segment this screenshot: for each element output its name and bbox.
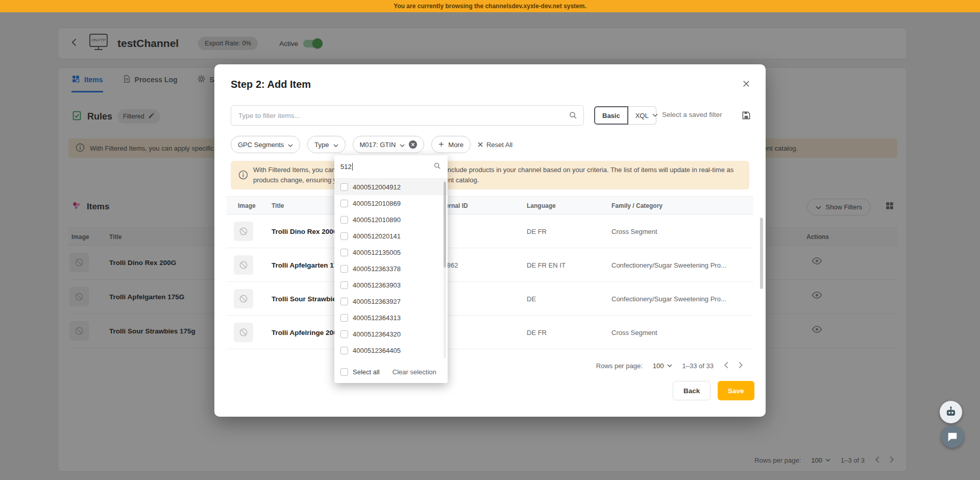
search-icon — [569, 111, 578, 122]
assistant-robot-icon[interactable] — [940, 401, 962, 423]
option-checkbox[interactable] — [340, 249, 348, 256]
screen: ON-FTP testChannel Export Rate: 0% Activ… — [0, 0, 980, 480]
row-family: Cross Segment — [611, 328, 657, 336]
clear-selection-button[interactable]: Clear selection — [393, 368, 436, 376]
query-mode-toggle: Basic XQL — [594, 106, 656, 125]
type-filter-chip[interactable]: Type — [307, 136, 345, 153]
x-icon — [478, 141, 483, 149]
add-more-filters-chip[interactable]: More — [431, 136, 471, 153]
reset-all-button[interactable]: Reset All — [478, 141, 512, 149]
modal-table-header: Image Title External ID Language Family … — [227, 196, 753, 214]
modal-scrollbar[interactable] — [760, 218, 763, 289]
list-item[interactable]: 4000512363903 — [334, 277, 448, 293]
saved-filter-select[interactable]: Select a saved filter — [652, 111, 722, 118]
col-family: Family / Category — [611, 197, 663, 215]
info-icon — [238, 170, 248, 182]
table-row[interactable]: Trolli Apfelgarten 175G 765862 DE FR EN … — [227, 248, 753, 282]
add-item-modal: Step 2: Add Item Basic XQL Select a save… — [214, 64, 766, 417]
chevron-down-icon — [667, 364, 672, 367]
option-checkbox[interactable] — [340, 314, 348, 322]
row-family: Confectionery/Sugar Sweetening Pro... — [611, 261, 726, 269]
list-item[interactable]: 4000512010869 — [334, 195, 448, 211]
prev-page-icon[interactable] — [724, 362, 728, 370]
chevron-down-icon — [333, 141, 338, 149]
row-family: Cross Segment — [611, 227, 657, 235]
plus-icon — [438, 141, 444, 149]
table-row[interactable]: Trolli Apfelringe 200g DE FR Cross Segme… — [227, 316, 753, 349]
dropdown-scrollbar[interactable] — [444, 181, 446, 358]
select-all-label: Select all — [353, 368, 380, 376]
table-row[interactable]: Trolli Dino Rex 200G DE FR Cross Segment — [227, 214, 753, 248]
chevron-down-icon — [400, 141, 405, 149]
row-language: DE — [527, 295, 536, 302]
list-item[interactable]: 4000512364320 — [334, 326, 448, 342]
chevron-down-icon — [288, 141, 293, 149]
option-checkbox[interactable] — [340, 330, 348, 338]
text-cursor — [352, 163, 353, 171]
back-button[interactable]: Back — [673, 381, 710, 400]
row-language: DE FR EN IT — [527, 261, 566, 269]
environment-banner: You are currently browsing the channelsd… — [0, 0, 980, 12]
option-checkbox[interactable] — [340, 298, 348, 305]
col-image: Image — [238, 197, 256, 215]
no-image-icon — [234, 255, 253, 275]
option-checkbox[interactable] — [340, 200, 348, 207]
option-checkbox[interactable] — [340, 232, 348, 240]
list-item[interactable]: 4000512364313 — [334, 309, 448, 326]
no-image-icon — [234, 289, 253, 308]
row-title: Trolli Apfelringe 200g — [272, 328, 341, 336]
next-page-icon[interactable] — [739, 362, 743, 370]
close-icon[interactable] — [739, 77, 753, 91]
item-filter-search — [231, 105, 584, 126]
page-range: 1–33 of 33 — [682, 362, 714, 370]
gtin-search-field[interactable]: 512 — [334, 155, 448, 179]
basic-mode-button[interactable]: Basic — [594, 106, 628, 125]
gtin-filter-dropdown: 512 4000512004912 4000512010869 40005120… — [334, 155, 448, 383]
select-all-checkbox[interactable] — [340, 368, 348, 376]
rows-per-page-label: Rows per page: — [596, 362, 643, 370]
list-item[interactable]: 4000512004912 — [334, 179, 448, 195]
rows-per-page-select[interactable]: 100 — [653, 362, 672, 370]
save-button[interactable]: Save — [718, 381, 754, 400]
list-item[interactable]: 4000512010890 — [334, 211, 448, 228]
search-icon — [433, 162, 442, 172]
remove-filter-icon[interactable] — [409, 140, 417, 149]
list-item[interactable]: 4000512020141 — [334, 228, 448, 244]
gtin-search-value: 512 — [340, 163, 352, 171]
row-language: DE FR — [527, 328, 547, 336]
list-item[interactable]: 4000512135005 — [334, 244, 448, 260]
no-image-icon — [234, 323, 253, 342]
modal-pagination: Rows per page: 100 1–33 of 33 — [596, 356, 743, 375]
gpc-segments-filter-chip[interactable]: GPC Segments — [231, 136, 300, 153]
modal-title: Step 2: Add Item — [231, 79, 311, 90]
search-input[interactable] — [231, 105, 584, 126]
col-language: Language — [527, 197, 556, 215]
no-image-icon — [234, 222, 253, 241]
row-family: Confectionery/Sugar Sweetening Pro... — [611, 295, 726, 302]
option-checkbox[interactable] — [340, 216, 348, 224]
table-row[interactable]: Trolli Sour Strawbies 175g DE Confection… — [227, 282, 753, 316]
list-item[interactable]: 4000512363927 — [334, 293, 448, 309]
gtin-option-list: 4000512004912 4000512010869 400051201089… — [334, 179, 448, 361]
dropdown-footer: Select all Clear selection — [334, 361, 448, 383]
chat-widget-icon[interactable] — [941, 425, 964, 448]
modal-info-banner: With Filtered Items, you can apply speci… — [231, 161, 749, 189]
option-checkbox[interactable] — [340, 347, 348, 354]
row-title: Trolli Dino Rex 200G — [272, 227, 338, 235]
row-language: DE FR — [527, 227, 547, 235]
save-filter-icon[interactable] — [739, 108, 753, 123]
option-checkbox[interactable] — [340, 281, 348, 289]
option-checkbox[interactable] — [340, 183, 348, 191]
option-checkbox[interactable] — [340, 265, 348, 273]
col-title: Title — [272, 197, 284, 215]
list-item[interactable]: 4000512363378 — [334, 260, 448, 277]
chevron-down-icon — [652, 111, 658, 118]
list-item[interactable]: 4000512364405 — [334, 342, 448, 358]
gtin-filter-chip[interactable]: M017: GTIN — [353, 136, 425, 153]
filter-chips-row: GPC Segments Type M017: GTIN More Rese — [231, 136, 512, 153]
